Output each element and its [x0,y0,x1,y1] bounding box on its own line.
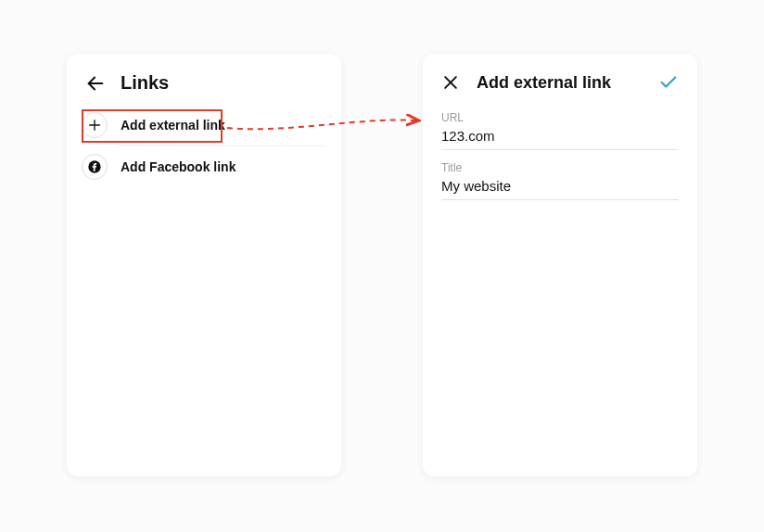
title-field: Title [423,158,697,200]
add-external-link-label: Add external link [121,118,225,133]
modal-title: Add external link [477,73,658,93]
links-header: Links [67,54,341,105]
confirm-check-icon[interactable] [658,72,679,93]
back-arrow-icon[interactable] [85,73,106,94]
close-icon[interactable] [441,73,460,92]
modal-header: Add external link [423,54,697,108]
add-external-link-row[interactable]: Add external link [67,105,341,146]
plus-icon [82,112,108,138]
add-facebook-link-row[interactable]: Add Facebook link [67,146,341,187]
title-label: Title [441,161,679,174]
url-field: URL [423,108,697,150]
links-panel: Links Add external link Add Facebook lin… [67,54,341,476]
links-title: Links [121,72,169,94]
url-input[interactable] [441,124,679,150]
title-input[interactable] [441,174,679,200]
facebook-icon [82,154,108,180]
add-facebook-link-label: Add Facebook link [121,159,236,174]
url-label: URL [441,111,679,124]
add-external-link-panel: Add external link URL Title [423,54,697,476]
